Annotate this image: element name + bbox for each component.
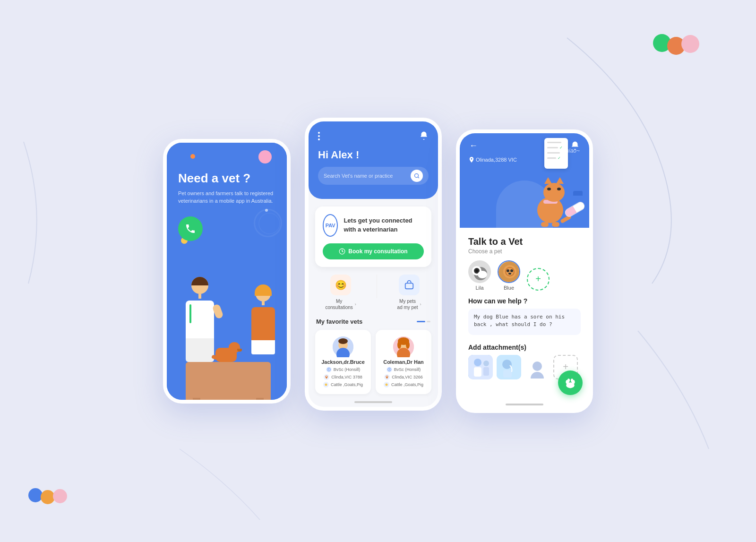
color-palette-top [653,34,699,55]
pet-avatar-blue [498,260,520,283]
phone-3-inner: ← Olinada,3288 VIC miao~ [460,133,589,409]
back-button[interactable]: ← [469,141,478,151]
pav-logo: PAV [323,214,338,237]
phone-2-inner: Hi Alex ! Search Vet's name or practice [309,121,438,407]
stethoscope [189,304,191,323]
cat-eye-left [547,188,551,190]
section-indicator [417,321,430,322]
bag-icon [404,280,414,290]
svg-point-6 [338,338,348,344]
section-title: My favorite vets [316,318,362,325]
home-indicator [354,401,392,403]
cat-paw-right [552,222,559,227]
book-btn-label: Book my consultation [348,248,407,255]
svg-rect-39 [503,370,512,378]
book-consultation-button[interactable]: Book my consultation [323,243,424,259]
dog-ear [237,349,242,352]
woman-body [251,307,275,340]
clock-icon [339,248,345,255]
consultations-arrow-icon: › [355,302,356,307]
attachment-1-image [468,355,493,379]
pets-action[interactable]: My petsad my pet › [397,275,421,310]
call-button[interactable] [178,216,203,241]
svg-point-9 [325,383,327,386]
location-pin-icon [469,157,474,163]
phone2-top-area: Hi Alex ! Search Vet's name or practice [309,121,438,199]
woman-neck [262,301,265,305]
location-icon-2 [384,374,390,380]
phone3-content: Talk to a Vet Choose a pet [460,228,589,379]
doctor-neck [198,294,201,299]
pav-card: PAV Lets get you connected with a veteri… [315,206,431,267]
attachment-1[interactable] [468,355,493,379]
consultations-action[interactable]: 😊 Myconsultations › [325,275,356,310]
search-placeholder-text: Search Vet's name or practice [324,173,393,179]
svg-point-44 [567,379,570,382]
cat-paw-left [541,222,549,227]
doctor-head [191,277,208,294]
pet-option-blue[interactable]: Blue [498,260,520,291]
pink-accent-dot-sm [53,489,67,503]
location-icon [324,374,329,380]
phone-2-frame: Hi Alex ! Search Vet's name or practice [305,118,442,411]
paw-icon [564,376,577,389]
svg-text:B: B [328,369,329,371]
vet-card-2[interactable]: Coleman,Dr Han B BvSc (Honsill) Clinda,V… [376,330,431,394]
woman-figure [244,286,282,371]
vet-card-1[interactable]: Jackson,dr.Bruce B BvSc (Honsill) Clinda… [315,330,371,394]
phone2-greeting: Hi Alex ! [318,149,429,161]
cat-head [543,183,565,202]
woman-hair [255,284,272,296]
search-icon [414,173,420,179]
dog-figure [212,342,240,366]
svg-rect-2 [405,283,413,289]
svg-point-15 [406,341,410,349]
paw-fab-button[interactable] [558,370,583,395]
svg-rect-34 [474,367,481,377]
phone2-topbar [318,131,429,141]
svg-point-33 [474,359,481,366]
vet2-name: Coleman,Dr Han [383,359,424,365]
divider [377,275,377,298]
attachments-title: Add attachment(s) [468,344,581,351]
svg-point-31 [508,273,511,275]
phone3-topbar: ← [460,133,589,159]
attachment-2-image [497,355,521,379]
add-pet-icon: + [535,274,541,284]
svg-point-23 [475,269,478,272]
phone1-subtitle: Pet owners and farmers talk to registere… [178,189,275,205]
cat-eye-right [557,188,561,190]
clipboard-lines: ✓ ✓ [547,142,565,160]
svg-point-18 [385,383,387,386]
vet2-degree: B BvSc (Honsill) [387,367,421,372]
doctor-pants [186,338,214,362]
specialty-icon-2 [384,382,389,387]
help-text-input[interactable]: My dog Blue has a sore on his back , wha… [468,309,581,335]
pet-option-lila[interactable]: Lila [468,260,491,291]
vet1-name: Jackson,dr.Bruce [321,359,365,365]
svg-rect-36 [483,367,489,376]
search-button[interactable] [411,170,423,182]
notification-bell-icon[interactable] [419,131,429,141]
talk-to-vet-title: Talk to a Vet [468,236,581,247]
doctor-body [186,301,214,338]
location-text: Olinada,3288 VIC [476,157,517,163]
vet1-specialty: Cattle ,Goats,Pig [323,382,363,387]
svg-point-29 [507,269,509,272]
degree-icon-2: B [387,367,392,372]
attachment-2[interactable] [497,355,521,379]
phone1-illustration [167,267,287,400]
pink-accent-dot [681,35,699,53]
menu-dots[interactable] [318,132,320,140]
cat-ear-right [556,177,564,184]
phone-3-frame: ← Olinada,3288 VIC miao~ [456,129,593,413]
pets-label: My petsad my pet [397,298,418,310]
search-bar[interactable]: Search Vet's name or practice [318,167,429,185]
phone-1-inner: Need a vet ? Pet owners and farmers talk… [167,143,287,400]
lila-avatar-image [469,261,491,283]
svg-point-14 [397,341,401,349]
phone3-top-area: ← Olinada,3288 VIC miao~ [460,133,589,228]
add-pet-button[interactable]: + [527,268,550,291]
pet-name-lila: Lila [475,285,483,291]
pets-arrow-icon: › [420,302,421,307]
